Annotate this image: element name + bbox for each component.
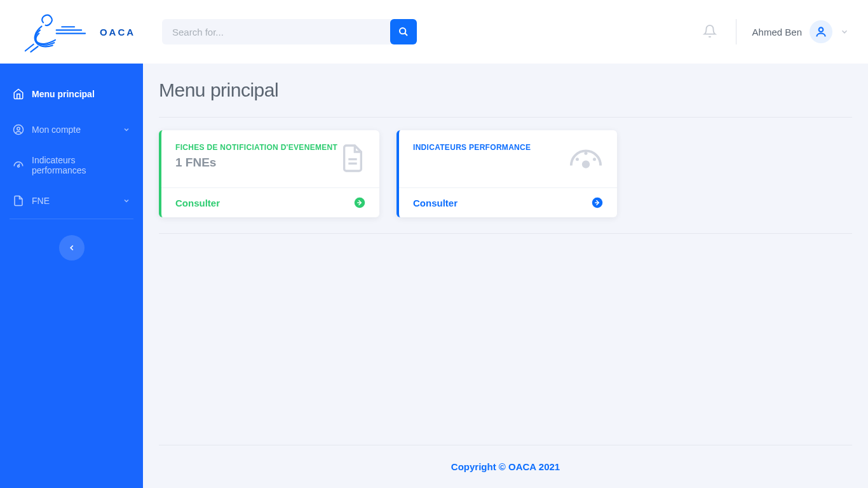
document-icon xyxy=(340,143,365,173)
svg-line-1 xyxy=(405,33,407,36)
home-icon xyxy=(13,88,24,100)
card-text: INDICATEURS PERFORMANCE xyxy=(413,143,531,156)
card-action-label: Consulter xyxy=(175,198,220,208)
logo-icon xyxy=(17,6,93,57)
search-button[interactable] xyxy=(390,19,417,44)
notifications-button[interactable] xyxy=(700,21,720,43)
file-icon xyxy=(13,195,24,207)
body-wrapper: Menu principal Mon compte Indicateurs pe… xyxy=(0,64,868,488)
sidebar-item-label: FNE xyxy=(32,196,123,206)
bell-icon xyxy=(703,24,717,38)
sidebar-item-indicateurs[interactable]: Indicateurs performances xyxy=(0,147,143,183)
sidebar-item-label: Indicateurs performances xyxy=(32,155,130,175)
sidebar: Menu principal Mon compte Indicateurs pe… xyxy=(0,64,143,488)
page-title: Menu principal xyxy=(159,79,852,118)
sidebar-divider xyxy=(10,219,133,219)
header-divider xyxy=(736,19,736,44)
chevron-down-icon xyxy=(123,126,130,133)
content: Menu principal FICHES DE NOTIFICIATION D… xyxy=(143,64,868,445)
chevron-left-icon xyxy=(67,243,76,252)
header: OACA Ahmed Ben xyxy=(0,0,868,64)
card-indicateurs: INDICATEURS PERFORMANCE Consulter xyxy=(397,130,617,217)
svg-point-5 xyxy=(18,165,20,167)
svg-line-6 xyxy=(18,164,20,165)
search-input[interactable] xyxy=(162,19,391,44)
card-action-label: Consulter xyxy=(413,198,458,208)
user-menu[interactable]: Ahmed Ben xyxy=(752,20,849,43)
card-title: INDICATEURS PERFORMANCE xyxy=(413,143,531,152)
sidebar-item-menu-principal[interactable]: Menu principal xyxy=(0,76,143,112)
search-icon xyxy=(398,27,409,37)
header-right: Ahmed Ben xyxy=(700,19,849,44)
cards-row: FICHES DE NOTIFICIATION D'EVENEMENT 1 FN… xyxy=(159,130,852,234)
footer: Copyright © OACA 2021 xyxy=(159,445,852,488)
sidebar-collapse-button[interactable] xyxy=(59,235,85,261)
card-value: 1 FNEs xyxy=(175,156,337,170)
gauge-icon xyxy=(13,159,24,171)
svg-point-11 xyxy=(583,161,588,166)
gauge-icon xyxy=(569,143,603,171)
arrow-right-circle-icon xyxy=(354,197,365,208)
svg-point-2 xyxy=(819,27,824,32)
user-circle-icon xyxy=(13,124,24,135)
svg-point-4 xyxy=(17,127,20,130)
svg-point-12 xyxy=(576,158,579,161)
search-wrapper xyxy=(162,19,417,44)
card-title: FICHES DE NOTIFICIATION D'EVENEMENT xyxy=(175,143,337,152)
sidebar-item-label: Menu principal xyxy=(32,89,130,99)
svg-point-14 xyxy=(593,158,596,161)
card-consulter-fne[interactable]: Consulter xyxy=(161,187,379,217)
arrow-right-circle-icon xyxy=(592,197,603,208)
brand-text: OACA xyxy=(100,27,135,37)
chevron-down-icon xyxy=(123,197,130,205)
svg-point-0 xyxy=(400,28,405,34)
card-consulter-indicateurs[interactable]: Consulter xyxy=(399,187,617,217)
card-body: FICHES DE NOTIFICIATION D'EVENEMENT 1 FN… xyxy=(161,130,379,187)
card-body: INDICATEURS PERFORMANCE xyxy=(399,130,617,187)
user-icon xyxy=(815,25,827,38)
sidebar-item-label: Mon compte xyxy=(32,125,123,135)
sidebar-item-mon-compte[interactable]: Mon compte xyxy=(0,112,143,147)
footer-text: Copyright © OACA 2021 xyxy=(451,461,560,472)
logo-area: OACA xyxy=(0,6,143,57)
user-name: Ahmed Ben xyxy=(752,27,802,37)
main: Menu principal FICHES DE NOTIFICIATION D… xyxy=(143,64,868,488)
avatar xyxy=(810,20,832,43)
chevron-down-icon xyxy=(840,27,849,36)
svg-point-13 xyxy=(584,152,587,155)
sidebar-item-fne[interactable]: FNE xyxy=(0,183,143,219)
card-fne: FICHES DE NOTIFICIATION D'EVENEMENT 1 FN… xyxy=(159,130,379,217)
card-text: FICHES DE NOTIFICIATION D'EVENEMENT 1 FN… xyxy=(175,143,337,170)
